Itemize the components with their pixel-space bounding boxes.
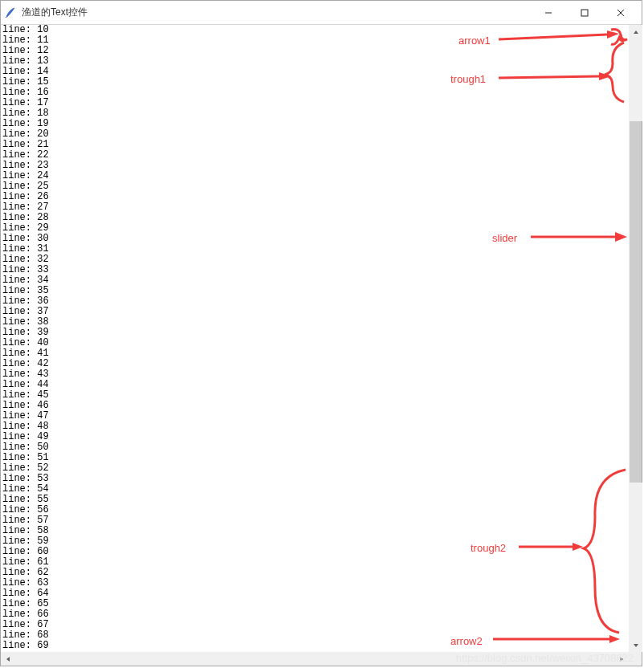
content-area: line: 10line: 11line: 12line: 13line: 14… xyxy=(1,25,642,652)
text-line: line: 46 xyxy=(2,401,626,411)
text-line: line: 11 xyxy=(2,35,626,46)
text-line: line: 43 xyxy=(2,369,626,380)
text-line: line: 45 xyxy=(2,390,626,401)
scrollbar-slider[interactable] xyxy=(630,121,642,483)
text-line: line: 17 xyxy=(2,98,626,108)
text-line: line: 62 xyxy=(2,568,626,578)
text-line: line: 41 xyxy=(2,348,626,359)
text-line: line: 56 xyxy=(2,505,626,515)
vertical-scrollbar[interactable] xyxy=(628,25,642,652)
text-line: line: 15 xyxy=(2,77,626,88)
text-line: line: 64 xyxy=(2,589,626,599)
text-line: line: 31 xyxy=(2,244,626,255)
text-line: line: 63 xyxy=(2,578,626,589)
text-line: line: 28 xyxy=(2,213,626,223)
text-line: line: 44 xyxy=(2,380,626,390)
text-line: line: 14 xyxy=(2,67,626,77)
scrollbar-trough-top[interactable] xyxy=(629,39,642,121)
text-line: line: 39 xyxy=(2,328,626,338)
text-widget[interactable]: line: 10line: 11line: 12line: 13line: 14… xyxy=(1,25,628,652)
svg-marker-6 xyxy=(6,657,10,662)
text-line: line: 25 xyxy=(2,181,626,192)
window-title: 渔道的Text控件 xyxy=(22,6,530,19)
text-line: line: 27 xyxy=(2,202,626,213)
text-line: line: 66 xyxy=(2,609,626,620)
svg-marker-5 xyxy=(634,644,638,647)
close-button[interactable] xyxy=(602,1,638,24)
scrollbar-arrow-left[interactable] xyxy=(1,652,14,666)
text-line: line: 29 xyxy=(2,223,626,234)
maximize-button[interactable] xyxy=(566,1,602,24)
text-line: line: 18 xyxy=(2,108,626,119)
svg-marker-4 xyxy=(634,31,638,34)
text-line: line: 60 xyxy=(2,547,626,557)
text-line: line: 47 xyxy=(2,411,626,422)
text-line: line: 10 xyxy=(2,25,626,35)
text-line: line: 33 xyxy=(2,265,626,275)
text-line: line: 40 xyxy=(2,338,626,348)
text-line: line: 30 xyxy=(2,234,626,244)
text-line: line: 37 xyxy=(2,307,626,317)
svg-rect-1 xyxy=(581,10,588,16)
text-line: line: 24 xyxy=(2,171,626,181)
text-line: line: 61 xyxy=(2,557,626,568)
watermark-text: https://blog.csdn.net/weixin_43708622 xyxy=(456,652,634,664)
scrollbar-arrow-up[interactable] xyxy=(629,25,642,39)
text-line: line: 48 xyxy=(2,422,626,432)
text-line: line: 32 xyxy=(2,255,626,265)
window-controls xyxy=(530,1,638,24)
text-line: line: 23 xyxy=(2,161,626,171)
text-line: line: 51 xyxy=(2,453,626,463)
titlebar[interactable]: 渔道的Text控件 xyxy=(1,1,642,25)
text-line: line: 13 xyxy=(2,56,626,67)
text-line: line: 20 xyxy=(2,129,626,140)
text-line: line: 21 xyxy=(2,140,626,150)
text-line: line: 54 xyxy=(2,484,626,495)
text-line: line: 26 xyxy=(2,192,626,202)
text-line: line: 52 xyxy=(2,463,626,474)
text-line: line: 38 xyxy=(2,317,626,328)
text-line: line: 50 xyxy=(2,442,626,453)
text-line: line: 34 xyxy=(2,275,626,286)
text-line: line: 22 xyxy=(2,150,626,161)
text-line: line: 53 xyxy=(2,474,626,484)
text-line: line: 55 xyxy=(2,495,626,505)
text-line: line: 36 xyxy=(2,296,626,307)
text-line: line: 58 xyxy=(2,526,626,536)
text-line: line: 49 xyxy=(2,432,626,442)
text-line: line: 67 xyxy=(2,620,626,630)
text-line: line: 57 xyxy=(2,515,626,526)
scrollbar-trough-bottom[interactable] xyxy=(629,483,642,638)
text-line: line: 69 xyxy=(2,641,626,651)
text-line: line: 59 xyxy=(2,536,626,547)
text-line: line: 16 xyxy=(2,88,626,98)
text-line: line: 19 xyxy=(2,119,626,129)
text-line: line: 12 xyxy=(2,46,626,56)
text-line: line: 65 xyxy=(2,599,626,609)
text-line: line: 68 xyxy=(2,630,626,641)
text-line: line: 35 xyxy=(2,286,626,296)
minimize-button[interactable] xyxy=(530,1,566,24)
feather-icon xyxy=(4,6,17,19)
text-line: line: 42 xyxy=(2,359,626,369)
application-window: 渔道的Text控件 line: 10line: 11line: 12line: … xyxy=(0,0,642,666)
scrollbar-arrow-down[interactable] xyxy=(629,638,642,652)
